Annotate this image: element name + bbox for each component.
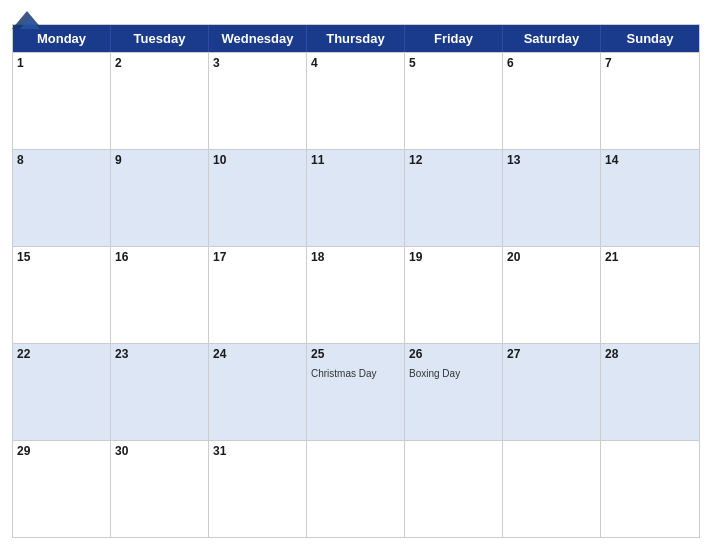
calendar-grid: MondayTuesdayWednesdayThursdayFridaySatu…	[12, 24, 700, 538]
day-number: 16	[115, 250, 204, 264]
day-header-monday: Monday	[13, 25, 111, 52]
day-cell: 19	[405, 247, 503, 343]
day-cell	[601, 441, 699, 537]
day-number: 29	[17, 444, 106, 458]
day-number: 6	[507, 56, 596, 70]
day-number: 4	[311, 56, 400, 70]
event-label: Boxing Day	[409, 368, 460, 379]
day-cell: 5	[405, 53, 503, 149]
event-label: Christmas Day	[311, 368, 377, 379]
week-row: 22232425Christmas Day26Boxing Day2728	[13, 343, 699, 440]
day-number: 28	[605, 347, 695, 361]
day-number: 24	[213, 347, 302, 361]
day-number: 26	[409, 347, 498, 361]
day-number: 2	[115, 56, 204, 70]
day-cell: 8	[13, 150, 111, 246]
day-number: 17	[213, 250, 302, 264]
day-cell: 2	[111, 53, 209, 149]
week-row: 891011121314	[13, 149, 699, 246]
day-cell: 15	[13, 247, 111, 343]
day-cell: 12	[405, 150, 503, 246]
day-header-sunday: Sunday	[601, 25, 699, 52]
day-number: 3	[213, 56, 302, 70]
day-number: 19	[409, 250, 498, 264]
day-number: 1	[17, 56, 106, 70]
day-cell: 10	[209, 150, 307, 246]
day-number: 21	[605, 250, 695, 264]
day-number: 12	[409, 153, 498, 167]
day-cell: 23	[111, 344, 209, 440]
day-number: 13	[507, 153, 596, 167]
day-cell: 29	[13, 441, 111, 537]
logo-icon	[12, 11, 42, 29]
day-cell: 3	[209, 53, 307, 149]
week-row: 15161718192021	[13, 246, 699, 343]
day-number: 20	[507, 250, 596, 264]
week-row: 293031	[13, 440, 699, 537]
day-header-wednesday: Wednesday	[209, 25, 307, 52]
day-number: 10	[213, 153, 302, 167]
day-number: 5	[409, 56, 498, 70]
day-cell: 24	[209, 344, 307, 440]
weeks-container: 1234567891011121314151617181920212223242…	[13, 52, 699, 537]
day-number: 8	[17, 153, 106, 167]
day-number: 23	[115, 347, 204, 361]
day-number: 14	[605, 153, 695, 167]
day-cell	[405, 441, 503, 537]
day-header-thursday: Thursday	[307, 25, 405, 52]
day-cell	[503, 441, 601, 537]
day-cell: 28	[601, 344, 699, 440]
day-header-tuesday: Tuesday	[111, 25, 209, 52]
day-headers-row: MondayTuesdayWednesdayThursdayFridaySatu…	[13, 25, 699, 52]
day-number: 22	[17, 347, 106, 361]
day-number: 18	[311, 250, 400, 264]
day-cell: 31	[209, 441, 307, 537]
day-number: 27	[507, 347, 596, 361]
day-cell: 25Christmas Day	[307, 344, 405, 440]
day-cell: 1	[13, 53, 111, 149]
day-cell: 9	[111, 150, 209, 246]
day-cell: 17	[209, 247, 307, 343]
day-cell: 4	[307, 53, 405, 149]
day-cell: 27	[503, 344, 601, 440]
calendar-container: MondayTuesdayWednesdayThursdayFridaySatu…	[0, 0, 712, 550]
week-row: 1234567	[13, 52, 699, 149]
day-cell: 20	[503, 247, 601, 343]
day-cell: 7	[601, 53, 699, 149]
day-number: 7	[605, 56, 695, 70]
calendar-header	[12, 10, 700, 18]
day-number: 11	[311, 153, 400, 167]
day-header-friday: Friday	[405, 25, 503, 52]
day-number: 31	[213, 444, 302, 458]
day-number: 15	[17, 250, 106, 264]
day-cell: 22	[13, 344, 111, 440]
day-number: 25	[311, 347, 400, 361]
day-cell: 26Boxing Day	[405, 344, 503, 440]
day-cell: 11	[307, 150, 405, 246]
day-cell: 13	[503, 150, 601, 246]
day-cell: 6	[503, 53, 601, 149]
day-cell: 16	[111, 247, 209, 343]
day-cell: 14	[601, 150, 699, 246]
day-header-saturday: Saturday	[503, 25, 601, 52]
day-cell: 18	[307, 247, 405, 343]
day-cell: 30	[111, 441, 209, 537]
day-number: 30	[115, 444, 204, 458]
day-cell: 21	[601, 247, 699, 343]
logo	[12, 10, 42, 29]
day-number: 9	[115, 153, 204, 167]
day-cell	[307, 441, 405, 537]
